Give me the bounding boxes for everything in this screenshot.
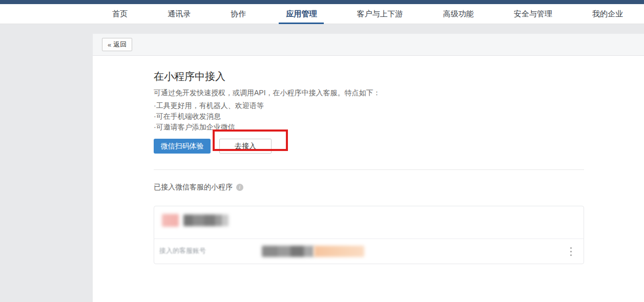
wechat-scan-experience-button[interactable]: 微信扫码体验 (154, 139, 211, 154)
redacted-account-detail (314, 246, 364, 257)
connected-account-label: 接入的客服账号 (159, 246, 206, 255)
nav-tab-contacts[interactable]: 通讯录 (160, 4, 198, 24)
feature-bullet: ·可在手机端收发消息 (154, 111, 264, 122)
back-button[interactable]: « 返回 (102, 38, 132, 51)
back-toolbar: « 返回 (93, 34, 644, 56)
page-description: 可通过免开发快速授权，或调用API，在小程序中接入客服。特点如下： (154, 87, 381, 98)
back-button-label: 返回 (113, 40, 127, 49)
connected-account-row: 接入的客服账号 (154, 239, 584, 264)
nav-tab-app-management[interactable]: 应用管理 (279, 4, 324, 24)
feature-bullet-list: ·工具更好用，有机器人、欢迎语等 ·可在手机端收发消息 ·可邀请客户添加企业微信 (154, 100, 264, 133)
section-divider (154, 169, 584, 170)
nav-tab-customers[interactable]: 客户与上下游 (350, 4, 410, 24)
page: 首页 通讯录 协作 应用管理 客户与上下游 高级功能 安全与管理 我的企业 « … (0, 0, 644, 302)
top-navbar: 首页 通讯录 协作 应用管理 客户与上下游 高级功能 安全与管理 我的企业 (0, 4, 644, 24)
back-chevron-icon: « (108, 41, 111, 49)
left-gray-panel (0, 24, 93, 302)
page-title: 在小程序中接入 (154, 70, 225, 83)
miniprogram-identity-row (154, 206, 584, 239)
top-accent-bar (0, 0, 644, 4)
feature-bullet: ·工具更好用，有机器人、欢迎语等 (154, 100, 264, 111)
nav-tab-advanced[interactable]: 高级功能 (436, 4, 481, 24)
nav-tab-collaboration[interactable]: 协作 (223, 4, 253, 24)
info-icon[interactable]: i (236, 184, 243, 191)
nav-tab-home[interactable]: 首页 (105, 4, 135, 24)
nav-tab-my-company[interactable]: 我的企业 (585, 4, 630, 24)
content-top-gap (93, 24, 644, 34)
connected-miniprogram-card: 接入的客服账号 (154, 206, 584, 264)
redacted-account-name (262, 246, 314, 257)
redacted-miniprogram-name (183, 214, 228, 226)
redacted-miniprogram-icon (162, 214, 179, 227)
section-title-text: 已接入微信客服的小程序 (154, 183, 233, 192)
annotation-highlight-box (213, 130, 288, 151)
nav-items: 首页 通讯录 协作 应用管理 客户与上下游 高级功能 安全与管理 我的企业 (105, 4, 630, 24)
connected-miniprogram-section-title: 已接入微信客服的小程序 i (154, 183, 243, 192)
more-options-icon[interactable] (566, 244, 575, 259)
nav-tab-security[interactable]: 安全与管理 (507, 4, 559, 24)
